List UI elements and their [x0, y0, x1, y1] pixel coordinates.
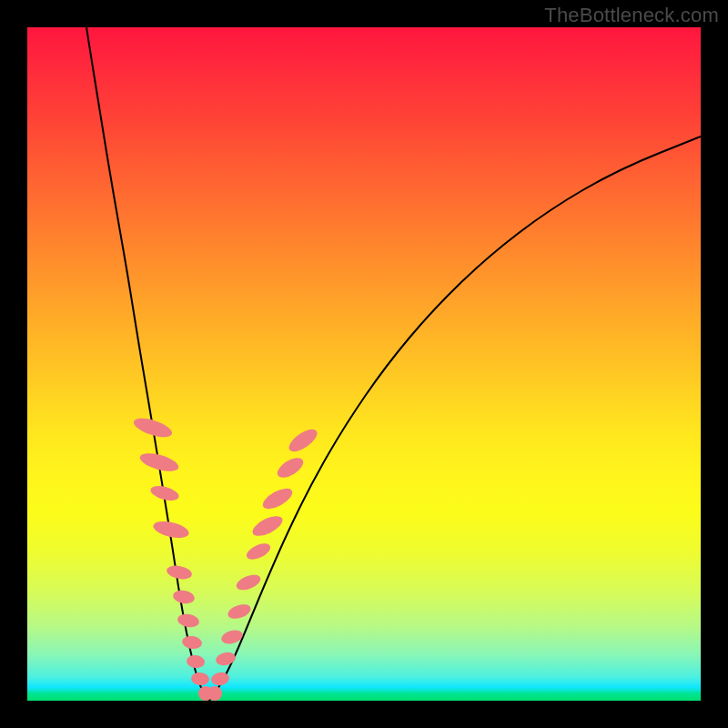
bead-left-8 [186, 654, 206, 669]
bead-markers [132, 415, 321, 701]
bead-right-1 [215, 651, 238, 668]
bead-left-6 [177, 612, 200, 629]
chart-frame: TheBottleneck.com [0, 0, 728, 728]
bead-right-4 [234, 571, 262, 592]
bead-bottom-1 [207, 686, 222, 701]
bead-left-7 [181, 635, 203, 651]
bead-right-9 [286, 425, 321, 456]
bead-left-9 [190, 672, 209, 686]
bead-left-5 [172, 589, 196, 605]
bead-right-5 [244, 541, 272, 563]
watermark-text: TheBottleneck.com [544, 4, 719, 27]
bottleneck-curve-right [209, 136, 701, 701]
curve-layer [27, 27, 701, 701]
bead-left-0 [132, 415, 175, 441]
bead-right-7 [259, 484, 295, 512]
bead-left-4 [166, 563, 193, 581]
bead-right-6 [249, 512, 285, 541]
bead-right-8 [274, 454, 307, 482]
bead-right-3 [226, 602, 252, 622]
plot-area [27, 27, 701, 701]
